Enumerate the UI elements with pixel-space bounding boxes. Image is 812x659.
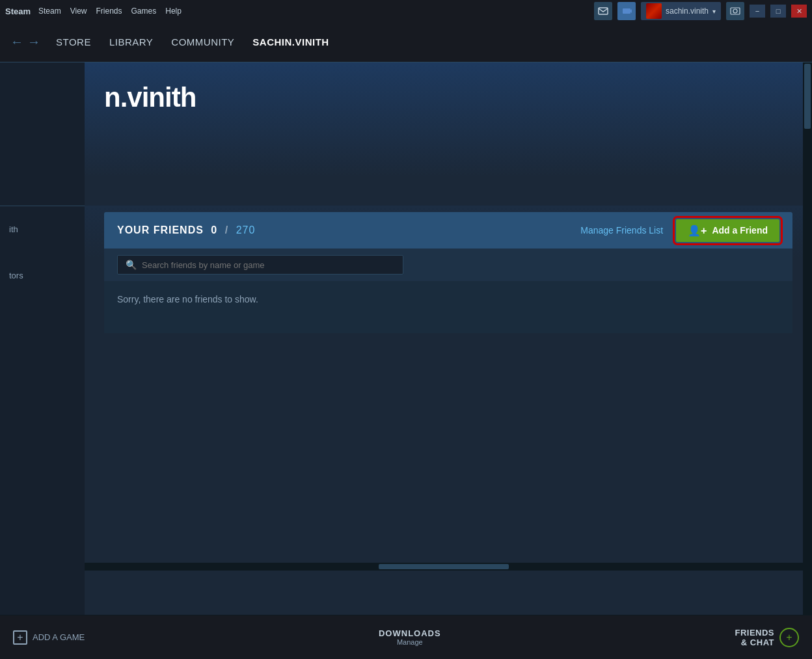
add-friend-label: Add a Friend [712,225,768,235]
manage-friends-button[interactable]: Manage Friends List [580,225,663,235]
friends-chat-title: FRIENDS [735,628,774,638]
no-friends-message: Sorry, there are no friends to show. [117,294,258,304]
sidebar-item-tors[interactable]: tors [0,265,85,286]
svg-point-4 [733,9,737,13]
nav-library[interactable]: LIBRARY [109,36,153,47]
notification-icon[interactable] [594,2,612,20]
friends-chat-section[interactable]: FRIENDS & CHAT + [735,628,799,647]
nav-links: STORE LIBRARY COMMUNITY SACHIN.VINITH [56,36,329,47]
friends-chat-text: FRIENDS & CHAT [735,628,774,647]
title-bar-right: sachin.vinith ▾ − □ ✕ [594,2,807,20]
content-layout: ith tors n.vinith YOUR FRIENDS 0 / 270 [0,62,812,615]
profile-header: n.vinith [85,62,812,206]
menu-friends[interactable]: Friends [96,7,122,16]
friends-count-current: 0 [211,224,217,235]
back-arrow-icon[interactable]: ← [10,34,23,49]
add-game-icon: + [13,630,27,645]
dropdown-chevron-icon: ▾ [712,8,716,15]
menu-help[interactable]: Help [165,7,182,16]
downloads-title: DOWNLOADS [379,628,441,638]
scrollbar[interactable] [803,62,812,615]
friends-count-max: 270 [236,224,256,235]
svg-rect-0 [599,8,608,14]
screenshot-icon[interactable] [726,2,744,20]
downloads-section[interactable]: DOWNLOADS Manage [379,628,441,646]
nav-store[interactable]: STORE [56,36,91,47]
left-sidebar: ith tors [0,62,85,615]
add-game-button[interactable]: + ADD A GAME [13,630,85,645]
close-button[interactable]: ✕ [791,5,807,18]
main-area: n.vinith YOUR FRIENDS 0 / 270 Manage Fri… [85,62,812,615]
scrollbar-thumb[interactable] [804,64,811,129]
avatar [646,3,662,19]
user-badge[interactable]: sachin.vinith ▾ [641,2,721,20]
menu-items: Steam View Friends Games Help [38,7,182,16]
search-bar: 🔍 [117,255,403,275]
friends-title-text: YOUR FRIENDS [117,224,204,235]
minimize-button[interactable]: − [750,5,765,18]
friends-count-separator: / [225,224,228,235]
menu-games[interactable]: Games [131,7,157,16]
add-friend-button[interactable]: 👤+ Add a Friend [676,219,779,242]
menu-steam[interactable]: Steam [38,7,61,16]
nav-arrows: ← → [10,34,40,49]
no-friends-area: Sorry, there are no friends to show. [104,281,792,333]
search-bar-container: 🔍 [104,249,792,281]
friends-section: YOUR FRIENDS 0 / 270 Manage Friends List… [85,212,812,333]
friends-header-bar: YOUR FRIENDS 0 / 270 Manage Friends List… [104,212,792,249]
nav-bar: ← → STORE LIBRARY COMMUNITY SACHIN.VINIT… [0,22,812,62]
add-game-label: ADD A GAME [33,632,85,642]
bottom-scrollbar-thumb[interactable] [379,564,509,569]
search-icon: 🔍 [126,260,137,270]
nav-community[interactable]: COMMUNITY [171,36,234,47]
bottom-bar: + ADD A GAME DOWNLOADS Manage FRIENDS & … [0,615,812,659]
maximize-button[interactable]: □ [770,5,786,18]
nav-profile[interactable]: SACHIN.VINITH [252,36,329,47]
search-input[interactable] [142,260,395,270]
menu-view[interactable]: View [70,7,87,16]
friends-chat-title2: & CHAT [735,638,774,647]
add-person-icon: 👤+ [688,224,707,237]
bottom-scrollbar[interactable] [85,563,803,571]
title-bar-left: Steam Steam View Friends Games Help [5,7,182,16]
sidebar-item-ith[interactable]: ith [0,219,85,239]
title-bar: Steam Steam View Friends Games Help sach… [0,0,812,22]
friends-chat-icon: + [779,628,799,647]
profile-name: n.vinith [104,82,792,113]
username-label: sachin.vinith [666,7,709,16]
forward-arrow-icon[interactable]: → [27,34,40,49]
broadcast-icon[interactable] [617,2,636,20]
friends-title: YOUR FRIENDS 0 / 270 [117,224,580,236]
main-content: ith tors n.vinith YOUR FRIENDS 0 / 270 [0,62,812,615]
steam-logo: Steam [5,7,31,16]
downloads-manage: Manage [379,638,441,646]
